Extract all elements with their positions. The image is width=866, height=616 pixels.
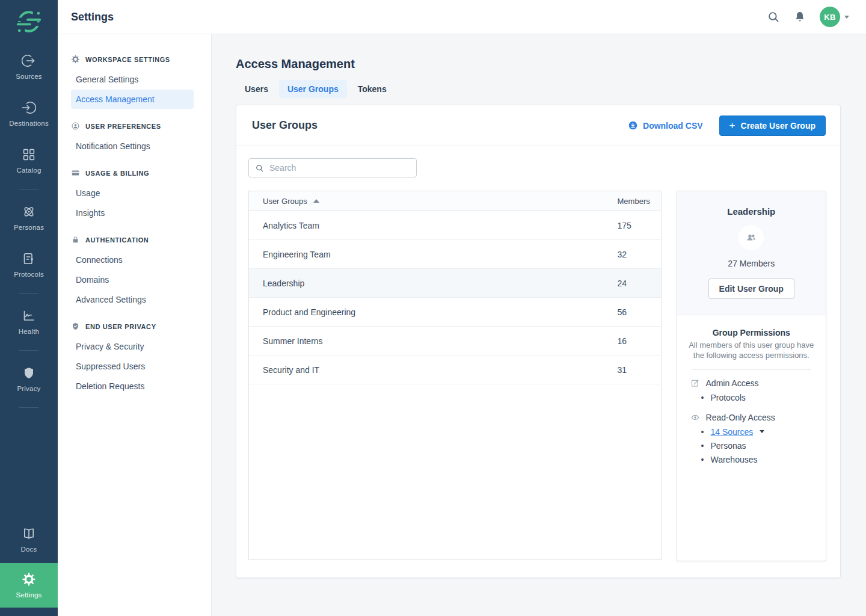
permission-item-label[interactable]: 14 Sources [710, 427, 753, 437]
download-icon [628, 120, 638, 131]
billing-icon [71, 168, 80, 177]
permission-item-label[interactable]: Warehouses [710, 455, 757, 464]
topbar-actions: KB [767, 7, 849, 27]
sources-icon [22, 54, 36, 68]
permission-group: Read-Only Access 14 Sources [686, 413, 817, 466]
nav-item-deletion-requests[interactable]: Deletion Requests [71, 377, 194, 396]
column-header-user-groups[interactable]: User Groups [263, 197, 307, 206]
permission-group-label: Read-Only Access [706, 413, 775, 422]
bell-icon[interactable] [793, 10, 806, 23]
members-count-cell: 56 [618, 307, 661, 317]
rail-bottom: Docs Settings [0, 516, 58, 616]
tab-tokens[interactable]: Tokens [349, 80, 395, 98]
catalog-icon [22, 147, 36, 162]
tab-users[interactable]: Users [236, 80, 277, 98]
segment-logo[interactable] [0, 0, 58, 43]
rail-groups: Sources Destinations Catalog [0, 43, 58, 413]
nav-section-header: USER PREFERENCES [58, 117, 211, 136]
group-name-cell: Product and Engineering [249, 307, 618, 317]
nav-item-insights[interactable]: Insights [71, 203, 194, 223]
gear-icon [22, 572, 36, 587]
edit-square-icon [690, 378, 700, 388]
nav-item-suppressed-users[interactable]: Suppressed Users [71, 357, 194, 376]
permission-group-header: Read-Only Access [686, 413, 817, 422]
nav-section: WORKSPACE SETTINGS General Settings Acce… [58, 50, 211, 109]
rail-item-docs[interactable]: Docs [0, 516, 58, 563]
card-header: User Groups Download CSV Create User Gro… [236, 105, 840, 146]
rail-group: Personas Protocols [0, 194, 58, 294]
permission-item-label[interactable]: Protocols [710, 393, 745, 402]
search-icon [255, 164, 264, 173]
table-header: User Groups Members [249, 191, 661, 211]
lock-icon [71, 235, 80, 244]
plus-icon [729, 120, 735, 131]
column-header-members[interactable]: Members [618, 197, 661, 206]
table-row[interactable]: Leadership 24 [249, 269, 661, 298]
nav-section-header: AUTHENTICATION [58, 230, 211, 250]
table-rows: Analytics Team 175 Engineering Team 32 [249, 211, 661, 384]
rail-item-protocols[interactable]: Protocols [0, 241, 58, 288]
user-groups-card: User Groups Download CSV Create User Gro… [236, 105, 841, 578]
tab-bar: Users User Groups Tokens [236, 80, 841, 98]
nav-item-domains[interactable]: Domains [71, 270, 194, 289]
rail-item-privacy[interactable]: Privacy [0, 356, 58, 402]
permission-item-label[interactable]: Personas [710, 441, 746, 451]
group-avatar [739, 225, 764, 250]
rail-item-catalog[interactable]: Catalog [0, 137, 58, 184]
rail-item-destinations[interactable]: Destinations [0, 90, 58, 137]
rail-group: Health [0, 298, 58, 351]
search-box [248, 158, 417, 177]
download-csv-button[interactable]: Download CSV [628, 120, 703, 131]
group-detail-panel: Leadership 27 Members Edit User Group Gr… [677, 191, 826, 561]
permission-group: Admin Access Protocols [686, 378, 817, 404]
primary-nav-rail: Sources Destinations Catalog [0, 0, 58, 616]
table-row[interactable]: Engineering Team 32 [249, 240, 661, 269]
permission-item: 14 Sources [701, 425, 817, 439]
create-user-group-button[interactable]: Create User Group [719, 116, 826, 136]
rail-item-health[interactable]: Health [0, 298, 58, 345]
user-groups-table: User Groups Members Analytics Team [248, 191, 662, 560]
card-body: User Groups Members Analytics Team [236, 146, 840, 578]
group-permissions: Group Permissions All members of this us… [677, 315, 826, 478]
nav-item-general-settings[interactable]: General Settings [71, 70, 194, 89]
people-icon [744, 230, 758, 245]
eye-icon [690, 413, 700, 422]
permission-item: Warehouses [701, 452, 817, 466]
download-csv-label: Download CSV [643, 121, 703, 131]
nav-section: USER PREFERENCES Notification Settings [58, 117, 211, 156]
members-count-cell: 31 [618, 365, 661, 375]
search-input[interactable] [269, 163, 410, 173]
table-row[interactable]: Product and Engineering 56 [249, 298, 661, 327]
nav-item-connections[interactable]: Connections [71, 250, 194, 270]
rail-item-personas[interactable]: Personas [0, 194, 58, 241]
nav-item-access-management[interactable]: Access Management [71, 90, 194, 109]
table-row[interactable]: Analytics Team 175 [249, 211, 661, 240]
nav-section: END USER PRIVACY Privacy & Security Supp… [58, 317, 211, 396]
members-count-cell: 175 [618, 221, 661, 230]
main-content: Access Management Users User Groups Toke… [212, 34, 866, 616]
sort-ascending-icon[interactable] [313, 199, 319, 203]
member-count: 27 Members [687, 259, 816, 268]
search-icon[interactable] [767, 10, 780, 23]
settings-sidebar: WORKSPACE SETTINGS General Settings Acce… [58, 34, 212, 616]
table-row[interactable]: Summer Interns 16 [249, 327, 661, 356]
group-name-cell: Security and IT [249, 365, 618, 375]
edit-user-group-button[interactable]: Edit User Group [708, 279, 794, 299]
nav-item-notification-settings[interactable]: Notification Settings [71, 137, 194, 156]
rail-item-settings[interactable]: Settings [0, 563, 58, 608]
nav-item-privacy-security[interactable]: Privacy & Security [71, 337, 194, 356]
avatar[interactable]: KB [820, 7, 840, 27]
detail-group-name: Leadership [687, 206, 816, 217]
health-icon [22, 309, 36, 323]
table-row[interactable]: Security and IT 31 [249, 356, 661, 384]
rail-item-sources[interactable]: Sources [0, 43, 58, 90]
account-menu[interactable]: KB [820, 7, 849, 27]
nav-item-usage[interactable]: Usage [71, 183, 194, 203]
group-name-cell: Leadership [249, 279, 618, 288]
segment-logo-icon [15, 8, 43, 35]
destinations-icon [22, 100, 36, 115]
rail-group: Sources Destinations Catalog [0, 43, 58, 189]
tab-user-groups[interactable]: User Groups [279, 80, 347, 98]
docs-icon [22, 526, 36, 541]
nav-item-advanced-settings[interactable]: Advanced Settings [71, 290, 194, 309]
